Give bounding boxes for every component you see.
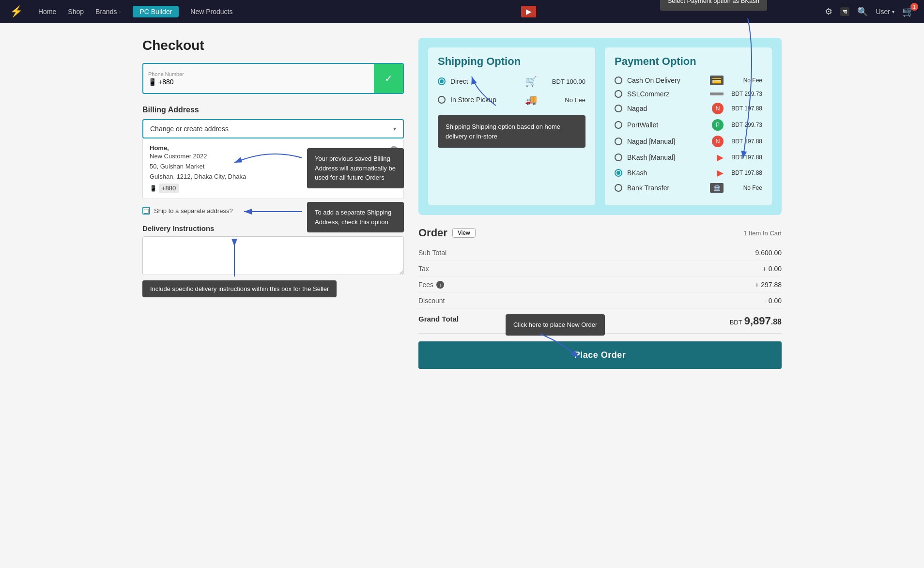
address-dropdown[interactable]: Change or create address ▾	[142, 119, 404, 138]
address-phone: +880	[159, 184, 179, 193]
payment-price-cod: No Fee	[728, 77, 762, 84]
user-menu[interactable]: User ▾	[876, 8, 894, 15]
fees-value: + 297.88	[755, 281, 782, 289]
payment-title: Payment Option	[615, 55, 762, 68]
phone-icon: 📱	[148, 78, 156, 86]
shipping-price-direct: BDT 100.00	[542, 78, 585, 85]
nav-logo: ⚡	[10, 5, 23, 18]
shipping-name-instore: In Store Pickup	[450, 96, 520, 104]
dropdown-arrow-icon: ▾	[393, 125, 396, 132]
payment-cod[interactable]: Cash On Delivery 💳 No Fee	[615, 76, 762, 85]
nav-new-products[interactable]: New Products	[190, 8, 232, 15]
phone-label: Phone Number	[148, 71, 369, 77]
payment-bkash[interactable]: BKash ▶ BDT 197.88	[615, 168, 762, 178]
subtotal-row: Sub Total 9,600.00	[418, 245, 782, 261]
tax-value: + 0.00	[763, 265, 782, 273]
phone-input-wrap: Phone Number 📱 ✓	[142, 63, 404, 94]
payment-nagad[interactable]: Nagad N BDT 197.88	[615, 103, 762, 114]
discount-value: - 0.00	[764, 297, 782, 305]
payment-radio-nagad-manual[interactable]	[615, 138, 622, 145]
payment-label-portwallet: PortWallet	[627, 121, 707, 129]
payment-radio-nagad[interactable]	[615, 105, 622, 112]
payment-price-bkash: BDT 197.88	[728, 169, 762, 176]
shipping-option-direct[interactable]: Direct 🛒 BDT 100.00	[438, 76, 585, 87]
bkash-manual-icon: ▶	[717, 152, 724, 163]
shipping-radio-direct[interactable]	[438, 77, 446, 85]
payment-radio-bkash-manual[interactable]	[615, 154, 622, 161]
fees-info-icon[interactable]: i	[436, 281, 444, 289]
place-order-button[interactable]: Place Order	[418, 341, 782, 369]
delivery-instructions-textarea[interactable]	[142, 236, 404, 275]
language-badge[interactable]: বা	[840, 7, 849, 16]
fees-label: Fees i	[418, 281, 444, 289]
payment-label-nagad-manual: Nagad [Manual]	[627, 138, 707, 145]
cart-item-count: 1 Item In Cart	[743, 230, 782, 237]
shipping-radio-instore[interactable]	[438, 96, 446, 104]
shipping-option-instore[interactable]: In Store Pickup 🚚 No Fee	[438, 94, 585, 106]
payment-price-ssl: BDT 299.73	[728, 91, 762, 97]
payment-price-bank: No Fee	[728, 184, 762, 191]
shipping-addr-arrow	[239, 202, 307, 226]
payment-label-cod: Cash On Delivery	[627, 77, 705, 84]
dropdown-label: Change or create address	[150, 125, 229, 133]
shipping-truck-icon: 🚚	[525, 94, 537, 106]
payment-label-bank: Bank Transfer	[627, 184, 705, 192]
shipping-name-direct: Direct	[450, 77, 520, 85]
checkout-panels: Shipping Option Direct 🛒 BDT 100.00 In S…	[418, 38, 782, 215]
ssl-icon	[710, 92, 724, 95]
nav-brands-link[interactable]: Brands	[95, 8, 117, 15]
portwallet-icon: P	[712, 119, 724, 131]
fees-row: Fees i + 297.88	[418, 277, 782, 293]
nav-pc-builder[interactable]: PC Builder	[133, 6, 179, 17]
navigation: ⚡ Home Shop Brands ▾ PC Builder New Prod…	[0, 0, 924, 23]
payment-price-portwallet: BDT 299.73	[728, 122, 762, 128]
payment-label-bkash-manual: BKash [Manual]	[627, 154, 712, 161]
payment-bank[interactable]: Bank Transfer 🏦 No Fee	[615, 183, 762, 193]
grand-total-main: 9,897	[744, 315, 771, 327]
nav-brands[interactable]: Brands ▾	[95, 8, 121, 15]
ship-separate-checkbox[interactable]: ☐	[142, 207, 150, 215]
payment-radio-ssl[interactable]	[615, 90, 622, 98]
payment-radio-bkash[interactable]	[615, 169, 622, 177]
grand-total-label: Grand Total	[418, 315, 459, 327]
delivery-arrow-up	[220, 238, 249, 276]
discount-label: Discount	[418, 297, 445, 305]
nav-shop[interactable]: Shop	[68, 8, 84, 15]
subtotal-label: Sub Total	[418, 249, 447, 257]
payment-radio-cod[interactable]	[615, 77, 622, 84]
billing-address-label: Billing Address	[142, 106, 404, 114]
nagad-icon: N	[712, 103, 724, 114]
shipping-address-tooltip: To add a separate Shipping Address, chec…	[307, 202, 404, 232]
payment-price-nagad: BDT 197.88	[728, 105, 762, 112]
subtotal-value: 9,600.00	[755, 249, 782, 257]
payment-nagad-manual[interactable]: Nagad [Manual] N BDT 197.88	[615, 136, 762, 147]
place-order-wrap: Click here to place New Order Place Orde…	[418, 341, 782, 369]
payment-label-nagad: Nagad	[627, 105, 707, 112]
payment-bkash-manual[interactable]: BKash [Manual] ▶ BDT 197.88	[615, 152, 762, 163]
payment-panel: Payment Option Cash On Delivery 💳 No Fee…	[605, 47, 772, 205]
payment-portwallet[interactable]: PortWallet P BDT 299.73	[615, 119, 762, 131]
cod-icon: 💳	[710, 76, 724, 85]
tax-label: Tax	[418, 265, 429, 273]
shipping-option-tooltip: Shipping Shipping option based on home d…	[438, 115, 585, 148]
nav-home[interactable]: Home	[38, 8, 56, 15]
search-icon[interactable]: 🔍	[857, 6, 868, 17]
grand-total-cents: .88	[771, 318, 782, 326]
cart-icon[interactable]: 🛒 1	[902, 6, 914, 17]
phone-input[interactable]	[158, 78, 236, 86]
tax-row: Tax + 0.00	[418, 261, 782, 277]
payment-ssl[interactable]: SSLCommerz BDT 299.73	[615, 90, 762, 98]
payment-radio-bank[interactable]	[615, 184, 622, 192]
payment-radio-portwallet[interactable]	[615, 121, 622, 129]
phone-confirm-button[interactable]: ✓	[374, 64, 403, 93]
settings-icon[interactable]: ⚙	[825, 6, 832, 17]
order-title: Order	[418, 227, 447, 239]
user-chevron-icon: ▾	[892, 9, 894, 15]
nagad-manual-icon: N	[712, 136, 724, 147]
order-view-button[interactable]: View	[452, 228, 476, 238]
brands-chevron-icon: ▾	[119, 9, 121, 15]
select-payment-tooltip: Select Payment option as BKash	[660, 0, 767, 11]
order-section: Order View 1 Item In Cart Sub Total 9,60…	[418, 227, 782, 369]
grand-total-bdt: BDT	[730, 319, 742, 326]
shipping-panel: Shipping Option Direct 🛒 BDT 100.00 In S…	[428, 47, 595, 205]
